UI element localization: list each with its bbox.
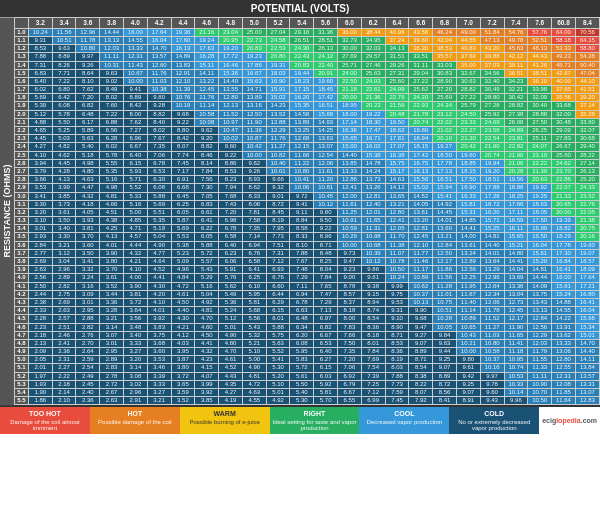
table-cell: 24.69 (480, 118, 504, 126)
table-cell: 6.08 (52, 102, 76, 110)
table-cell: 10.51 (52, 36, 76, 44)
table-cell: 2.18 (52, 380, 76, 388)
table-cell: 16.75 (409, 159, 433, 167)
table-cell: 4.41 (195, 339, 219, 347)
table-cell: 13.24 (456, 249, 480, 257)
table-cell: 3.01 (28, 225, 52, 233)
table-cell: 6.93 (266, 266, 290, 274)
table-cell: 18.25 (504, 192, 528, 200)
logo: eciglopedia.com (542, 417, 597, 424)
table-row: 1.66.407.228.109.0210.0011.0312.1013.221… (15, 77, 600, 85)
table-cell: 14.40 (338, 151, 362, 159)
table-cell: 7.95 (266, 225, 290, 233)
row-resistance-header: 3.3 (15, 217, 29, 225)
table-cell: 23.70 (552, 167, 576, 175)
table-cell: 8.19 (385, 356, 409, 364)
col-header-ohms (15, 18, 29, 29)
table-cell: 10.00 (242, 151, 266, 159)
table-cell: 5.62 (219, 282, 243, 290)
table-cell: 13.64 (480, 258, 504, 266)
table-cell: 42.67 (552, 69, 576, 77)
table-cell: 1.97 (28, 372, 52, 380)
table-cell: 6.58 (219, 233, 243, 241)
table-cell: 31.36 (314, 28, 338, 36)
table-cell: 8.01 (361, 339, 385, 347)
table-cell: 4.66 (100, 200, 124, 208)
table-cell: 7.20 (219, 208, 243, 216)
table-cell: 10.08 (195, 118, 219, 126)
table-cell: 12.54 (314, 151, 338, 159)
table-cell: 24.00 (338, 69, 362, 77)
table-cell: 6.10 (242, 282, 266, 290)
table-cell: 3.66 (28, 176, 52, 184)
table-cell: 27.46 (361, 61, 385, 69)
table-cell: 46.24 (433, 28, 457, 36)
table-cell: 4.25 (100, 225, 124, 233)
table-cell: 9.97 (76, 53, 100, 61)
table-row: 3.62.843.213.604.014.444.905.385.886.406… (15, 241, 600, 249)
col-header-5_4: 5.4 (290, 18, 314, 29)
table-cell: 21.36 (361, 94, 385, 102)
table-row: 2.93.533.994.474.985.526.086.687.307.948… (15, 184, 600, 192)
table-cell: 15.63 (242, 77, 266, 85)
table-cell: 6.05 (195, 233, 219, 241)
table-cell: 2.01 (28, 364, 52, 372)
table-cell: 7.06 (147, 151, 171, 159)
table-cell: 4.32 (76, 192, 100, 200)
table-cell: 5.95 (290, 348, 314, 356)
table-cell: 3.21 (147, 397, 171, 405)
table-cell: 8.72 (433, 380, 457, 388)
table-cell: 4.03 (171, 339, 195, 347)
table-cell: 9.31 (28, 36, 52, 44)
table-cell: 5.81 (314, 389, 338, 397)
table-cell: 37.69 (456, 53, 480, 61)
table-cell: 64.15 (575, 36, 599, 44)
table-cell: 27.22 (409, 77, 433, 85)
table-cell: 6.63 (290, 307, 314, 315)
table-cell: 3.10 (28, 217, 52, 225)
table-cell: 16.11 (504, 225, 528, 233)
table-cell: 7.12 (361, 389, 385, 397)
table-cell: 11.27 (266, 143, 290, 151)
table-cell: 14.40 (219, 77, 243, 85)
row-resistance-header: 4.8 (15, 339, 29, 347)
table-cell: 18.63 (528, 200, 552, 208)
table-cell: 5.29 (195, 274, 219, 282)
table-cell: 35.57 (433, 53, 457, 61)
table-cell: 9.66 (266, 176, 290, 184)
table-cell: 34.23 (504, 77, 528, 85)
legend-warm: WARM Possible burning of e-juice (180, 407, 270, 434)
table-cell: 27.04 (266, 28, 290, 36)
row-resistance-header: 5.1 (15, 364, 29, 372)
table-cell: 6.53 (147, 167, 171, 175)
table-cell: 18.50 (433, 151, 457, 159)
chart-title: POTENTIAL (VOLTS) (251, 3, 350, 14)
table-cell: 5.57 (195, 258, 219, 266)
table-cell: 5.01 (219, 323, 243, 331)
table-cell: 6.83 (195, 200, 219, 208)
table-cell: 14.12 (385, 184, 409, 192)
table-cell: 14.40 (480, 241, 504, 249)
table-cell: 17.50 (456, 176, 480, 184)
table-cell: 16.00 (124, 28, 148, 36)
table-cell: 19.50 (385, 118, 409, 126)
row-resistance-header: 1.8 (15, 94, 29, 102)
table-cell: 10.89 (409, 274, 433, 282)
table-cell: 12.06 (480, 298, 504, 306)
table-cell: 10.78 (385, 258, 409, 266)
table-cell: 16.38 (385, 151, 409, 159)
table-cell: 8.03 (385, 364, 409, 372)
row-resistance-header: 1.4 (15, 61, 29, 69)
table-cell: 7.47 (314, 290, 338, 298)
table-cell: 35.28 (575, 110, 599, 118)
table-cell: 2.95 (100, 348, 124, 356)
table-cell: 19.60 (575, 241, 599, 249)
table-cell: 12.50 (242, 110, 266, 118)
table-cell: 4.10 (124, 266, 148, 274)
table-cell: 18.95 (338, 102, 362, 110)
table-cell: 23.10 (528, 151, 552, 159)
table-cell: 12.15 (290, 143, 314, 151)
table-cell: 6.44 (266, 290, 290, 298)
table-cell: 7.88 (28, 53, 52, 61)
table-cell: 8.84 (290, 217, 314, 225)
